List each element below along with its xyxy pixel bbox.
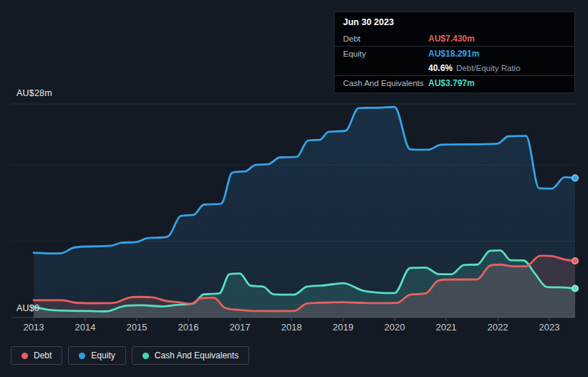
legend-label: Equity: [91, 350, 115, 361]
x-axis-year-label: 2015: [127, 322, 148, 333]
y-axis-min-label: AU$0: [16, 303, 39, 313]
tooltip-debt-value: AU$7.430m: [428, 34, 475, 44]
x-axis-year-label: 2017: [230, 322, 251, 333]
tooltip-debt-row: Debt AU$7.430m: [334, 32, 574, 47]
legend-item-equity[interactable]: Equity: [68, 346, 125, 365]
tooltip-ratio-row: 40.6%Debt/Equity Ratio: [334, 61, 574, 76]
tooltip-cash-label: Cash And Equivalents: [343, 79, 428, 87]
tooltip-equity-value: AU$18.291m: [428, 49, 479, 59]
debt-equity-history-panel: AU$28m AU$0 2013201420152016201720182019…: [0, 0, 588, 377]
tooltip-ratio-label: Debt/Equity Ratio: [456, 64, 521, 72]
tooltip-cash-value: AU$3.797m: [428, 78, 475, 88]
legend-dot: [21, 353, 28, 359]
tooltip-cash-row: Cash And Equivalents AU$3.797m: [334, 76, 574, 92]
x-axis-year-label: 2013: [24, 322, 44, 333]
y-axis-max-label: AU$28m: [16, 88, 52, 98]
chart-legend: DebtEquityCash And Equivalents: [11, 346, 249, 365]
legend-item-cash-and-equivalents[interactable]: Cash And Equivalents: [132, 346, 249, 365]
legend-dot: [143, 353, 149, 359]
x-axis-year-label: 2020: [385, 322, 405, 333]
x-axis-year-label: 2021: [436, 322, 457, 333]
endpoint-dot-debt: [572, 258, 578, 264]
tooltip-date: Jun 30 2023: [334, 12, 574, 32]
chart-tooltip: Jun 30 2023 Debt AU$7.430m Equity AU$18.…: [334, 11, 575, 93]
legend-label: Cash And Equivalents: [155, 350, 238, 361]
x-axis-year-label: 2016: [178, 322, 199, 333]
endpoint-dot-equity: [572, 175, 578, 181]
tooltip-ratio-value: 40.6%: [428, 63, 453, 73]
legend-item-debt[interactable]: Debt: [11, 346, 62, 365]
legend-label: Debt: [34, 350, 52, 361]
x-axis-year-label: 2022: [488, 322, 509, 333]
tooltip-equity-row: Equity AU$18.291m: [334, 47, 574, 61]
tooltip-equity-label: Equity: [343, 49, 428, 58]
x-axis-year-label: 2019: [333, 322, 354, 333]
tooltip-debt-label: Debt: [343, 34, 428, 43]
legend-dot: [79, 353, 85, 359]
x-axis-year-label: 2018: [281, 322, 302, 333]
x-axis-year-label: 2023: [539, 322, 560, 333]
endpoint-dot-cash-and-equivalents: [572, 285, 578, 291]
x-axis-year-label: 2014: [75, 322, 96, 333]
